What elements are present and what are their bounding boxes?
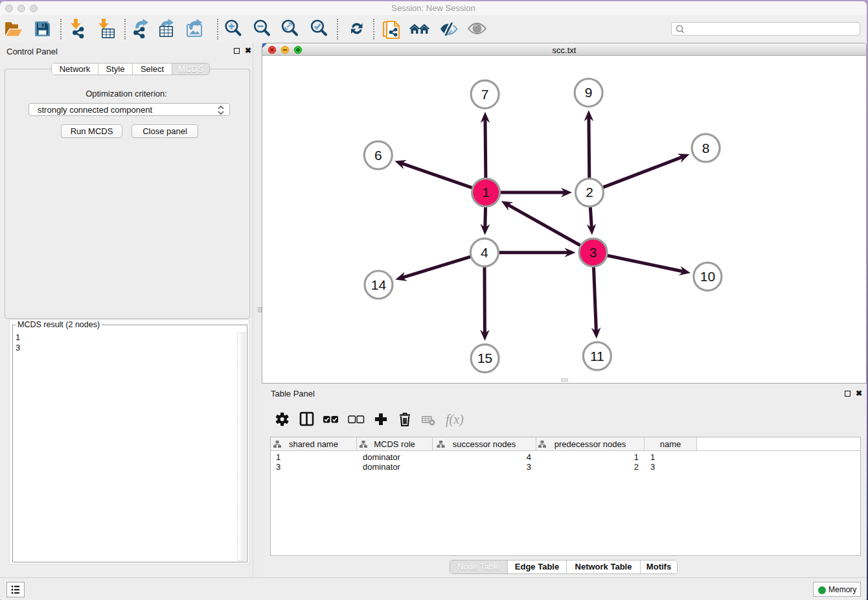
svg-text:6: 6 xyxy=(374,148,382,163)
svg-text:11: 11 xyxy=(590,349,604,363)
svg-text:10: 10 xyxy=(700,269,715,284)
svg-text:8: 8 xyxy=(702,141,710,156)
svg-text:4: 4 xyxy=(481,245,488,260)
svg-text:14: 14 xyxy=(371,277,387,292)
svg-text:9: 9 xyxy=(585,85,593,100)
svg-text:f(x): f(x) xyxy=(446,412,464,427)
svg-text:3: 3 xyxy=(589,245,597,260)
svg-text:1: 1 xyxy=(482,185,490,200)
svg-text:15: 15 xyxy=(477,351,492,365)
svg-text:2: 2 xyxy=(586,185,593,200)
svg-text:7: 7 xyxy=(481,87,489,102)
